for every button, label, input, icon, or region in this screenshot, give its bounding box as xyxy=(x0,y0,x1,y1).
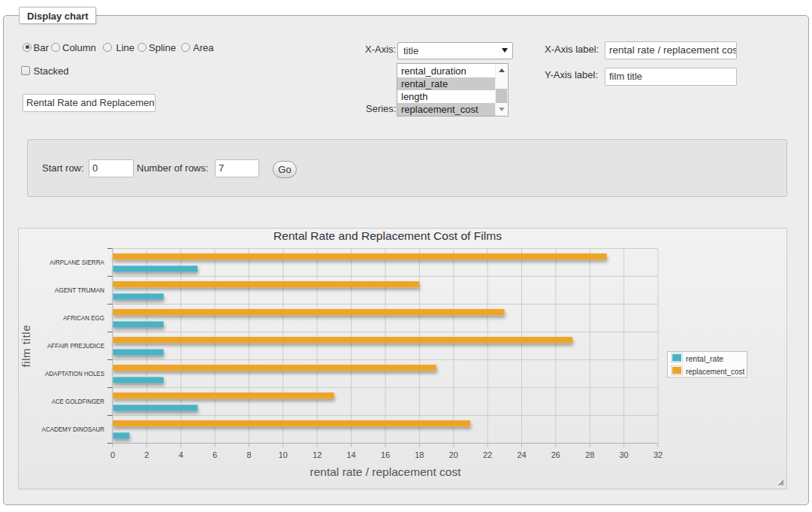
svg-text:ACE GOLDFINGER: ACE GOLDFINGER xyxy=(52,398,105,405)
svg-text:AGENT TRUMAN: AGENT TRUMAN xyxy=(55,286,104,294)
svg-text:rental_rate: rental_rate xyxy=(686,354,723,363)
svg-text:26: 26 xyxy=(551,450,560,459)
svg-text:28: 28 xyxy=(585,450,594,459)
svg-text:20: 20 xyxy=(449,450,458,459)
svg-text:ACADEMY DINOSAUR: ACADEMY DINOSAUR xyxy=(42,426,105,433)
svg-text:AIRPLANE SIERRA: AIRPLANE SIERRA xyxy=(50,259,104,266)
svg-text:replacement_cost: replacement_cost xyxy=(686,367,744,376)
svg-text:6: 6 xyxy=(213,450,217,459)
svg-text:32: 32 xyxy=(654,450,663,459)
svg-text:4: 4 xyxy=(179,450,183,459)
svg-text:30: 30 xyxy=(619,450,628,459)
svg-text:ADAPTATION HOLES: ADAPTATION HOLES xyxy=(45,370,104,377)
svg-text:film title: film title xyxy=(20,326,32,368)
svg-text:12: 12 xyxy=(312,450,321,459)
svg-text:2: 2 xyxy=(144,450,149,459)
svg-text:AFRICAN EGG: AFRICAN EGG xyxy=(63,314,104,322)
svg-text:22: 22 xyxy=(483,450,492,459)
svg-text:24: 24 xyxy=(517,450,526,459)
svg-text:rental rate / replacement cost: rental rate / replacement cost xyxy=(310,465,462,478)
svg-text:10: 10 xyxy=(279,450,288,459)
svg-text:AFFAIR PREJUDICE: AFFAIR PREJUDICE xyxy=(47,342,104,350)
svg-text:0: 0 xyxy=(110,450,115,459)
svg-text:18: 18 xyxy=(415,450,424,459)
svg-text:14: 14 xyxy=(346,450,355,459)
svg-text:16: 16 xyxy=(381,450,390,459)
svg-text:Rental Rate and Replacement Co: Rental Rate and Replacement Cost of Film… xyxy=(273,229,502,242)
svg-text:8: 8 xyxy=(246,450,251,459)
